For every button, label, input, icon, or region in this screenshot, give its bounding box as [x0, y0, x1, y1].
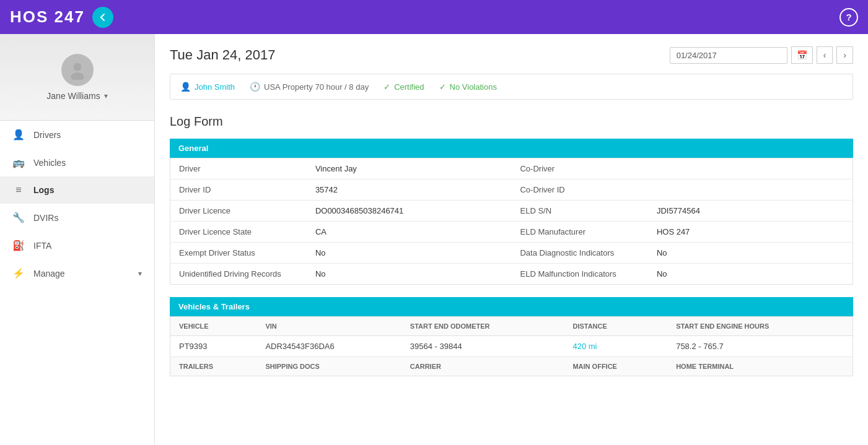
sidebar-item-drivers[interactable]: 👤 Drivers: [0, 121, 154, 149]
avatar: [61, 54, 94, 86]
user-section: Jane Williams ▾: [0, 34, 154, 121]
sidebar-item-vehicles[interactable]: 🚌 Vehicles: [0, 149, 154, 176]
col-vin: VIN: [256, 317, 401, 336]
col-odometer: START END ODOMETER: [401, 317, 564, 336]
value-eldsn: JDI5774564: [648, 201, 853, 222]
driver-name: John Smith: [195, 82, 235, 92]
label-driver: Driver: [170, 158, 307, 179]
col-vehicle: VEHICLE: [170, 317, 257, 336]
label-licencestate: Driver Licence State: [170, 222, 307, 243]
vehicle-distance: 420 mi: [564, 336, 667, 357]
violations-check-icon: ✓: [439, 82, 446, 92]
vehicles-data-row: PT9393 ADR34543F36DA6 39564 - 39844 420 …: [170, 336, 853, 357]
violations-info-item: ✓ No Violations: [439, 82, 497, 92]
manage-chevron-icon: ▾: [138, 269, 142, 278]
app-title: HOS 247: [10, 7, 85, 27]
list-icon: ≡: [12, 184, 25, 196]
general-table: Driver Vincent Jay Co-Driver Driver ID 3…: [170, 158, 853, 285]
value-driverid: 35742: [307, 179, 512, 201]
label-codriver: Co-Driver: [511, 158, 647, 179]
manage-icon: ⚡: [12, 267, 25, 279]
vehicle-vin: ADR34543F36DA6: [256, 336, 401, 357]
label-malfunction: ELD Malfunction Indicators: [511, 264, 647, 285]
date-header: Tue Jan 24, 2017 📅 ‹ ›: [170, 46, 853, 64]
label-licence: Driver Licence: [170, 201, 307, 222]
sidebar-item-dvirs-label: DVIRs: [33, 213, 58, 223]
table-row: Driver Licence State CA ELD Manufacturer…: [170, 222, 853, 243]
sidebar-item-dvirs[interactable]: 🔧 DVIRs: [0, 204, 154, 231]
driver-icon: 👤: [180, 82, 191, 92]
person-icon: 👤: [12, 129, 25, 140]
fuel-icon: ⛽: [12, 240, 25, 251]
date-nav: 📅 ‹ ›: [670, 46, 853, 64]
certified-check-icon: ✓: [384, 82, 390, 92]
app-header: HOS 247 ?: [0, 0, 868, 34]
label-eldmfr: ELD Manufacturer: [511, 222, 647, 243]
label-eldsn: ELD S/N: [511, 201, 647, 222]
sidebar-item-logs-label: Logs: [33, 185, 54, 195]
vehicle-odometer: 39564 - 39844: [401, 336, 564, 357]
bus-icon: 🚌: [12, 157, 25, 168]
col-trailers: TRAILERS: [170, 357, 257, 376]
header-left: HOS 247: [10, 7, 113, 28]
user-name-row[interactable]: Jane Williams ▾: [46, 91, 107, 101]
vehicles-table: VEHICLE VIN START END ODOMETER DISTANCE …: [170, 316, 853, 376]
certified-label: Certified: [394, 82, 424, 92]
driver-info-item: 👤 John Smith: [180, 82, 235, 92]
sidebar-item-logs[interactable]: ≡ Logs: [0, 176, 154, 204]
cycle-text: USA Property 70 hour / 8 day: [264, 82, 369, 92]
next-date-button[interactable]: ›: [836, 46, 853, 64]
cycle-info-item: 🕐 USA Property 70 hour / 8 day: [250, 82, 369, 92]
main-layout: Jane Williams ▾ 👤 Drivers 🚌 Vehicles ≡ L…: [0, 34, 868, 445]
label-codriverid: Co-Driver ID: [511, 179, 647, 201]
col-home-terminal: HOME TERMINAL: [667, 357, 853, 376]
vehicle-id: PT9393: [170, 336, 257, 357]
main-content: Tue Jan 24, 2017 📅 ‹ › 👤 John Smith 🕐 US…: [155, 34, 868, 445]
value-exempt: No: [307, 243, 512, 264]
value-eldmfr: HOS 247: [648, 222, 853, 243]
general-section-header: General: [170, 139, 853, 158]
sidebar-item-manage[interactable]: ⚡ Manage ▾: [0, 259, 154, 287]
value-licencestate: CA: [307, 222, 512, 243]
table-row: Driver ID 35742 Co-Driver ID: [170, 179, 853, 201]
table-row: Exempt Driver Status No Data Diagnostic …: [170, 243, 853, 264]
vehicles-section-header: Vehicles & Trailers: [170, 297, 853, 316]
date-input[interactable]: [670, 47, 787, 64]
svg-point-0: [73, 63, 81, 71]
info-bar: 👤 John Smith 🕐 USA Property 70 hour / 8 …: [170, 74, 853, 100]
sidebar-item-ifta-label: IFTA: [33, 241, 51, 251]
value-malfunction: No: [648, 264, 853, 285]
col-distance: DISTANCE: [564, 317, 667, 336]
value-diagnostic: No: [648, 243, 853, 264]
certified-info-item: ✓ Certified: [384, 82, 424, 92]
back-button[interactable]: [92, 7, 113, 28]
sidebar-item-manage-label: Manage: [33, 269, 65, 279]
col-main-office: MAIN OFFICE: [564, 357, 667, 376]
table-row: Driver Licence DO00034685038246741 ELD S…: [170, 201, 853, 222]
sidebar-item-ifta[interactable]: ⛽ IFTA: [0, 231, 154, 259]
col-shipping-docs: SHIPPING DOCS: [256, 357, 401, 376]
svg-point-1: [71, 72, 84, 80]
sidebar-item-drivers-label: Drivers: [33, 130, 61, 140]
help-button[interactable]: ?: [840, 8, 858, 27]
calendar-button[interactable]: 📅: [791, 46, 813, 64]
col-carrier: CARRIER: [401, 357, 564, 376]
vehicles-header-row: VEHICLE VIN START END ODOMETER DISTANCE …: [170, 317, 853, 336]
label-diagnostic: Data Diagnostic Indicators: [511, 243, 647, 264]
table-row: Unidentified Driving Records No ELD Malf…: [170, 264, 853, 285]
log-form-title: Log Form: [170, 114, 853, 129]
sidebar-item-vehicles-label: Vehicles: [33, 158, 66, 168]
prev-date-button[interactable]: ‹: [817, 46, 833, 64]
user-name: Jane Williams: [46, 91, 100, 101]
manage-left: ⚡ Manage: [12, 267, 65, 279]
vehicles-section: Vehicles & Trailers VEHICLE VIN START EN…: [170, 297, 853, 376]
date-title: Tue Jan 24, 2017: [170, 47, 275, 63]
value-driver: Vincent Jay: [307, 158, 512, 179]
label-unidentified: Unidentified Driving Records: [170, 264, 307, 285]
trailers-header-row: TRAILERS SHIPPING DOCS CARRIER MAIN OFFI…: [170, 357, 853, 376]
value-codriverid: [648, 179, 853, 201]
label-driverid: Driver ID: [170, 179, 307, 201]
table-row: Driver Vincent Jay Co-Driver: [170, 158, 853, 179]
value-unidentified: No: [307, 264, 512, 285]
violations-label: No Violations: [450, 82, 497, 92]
